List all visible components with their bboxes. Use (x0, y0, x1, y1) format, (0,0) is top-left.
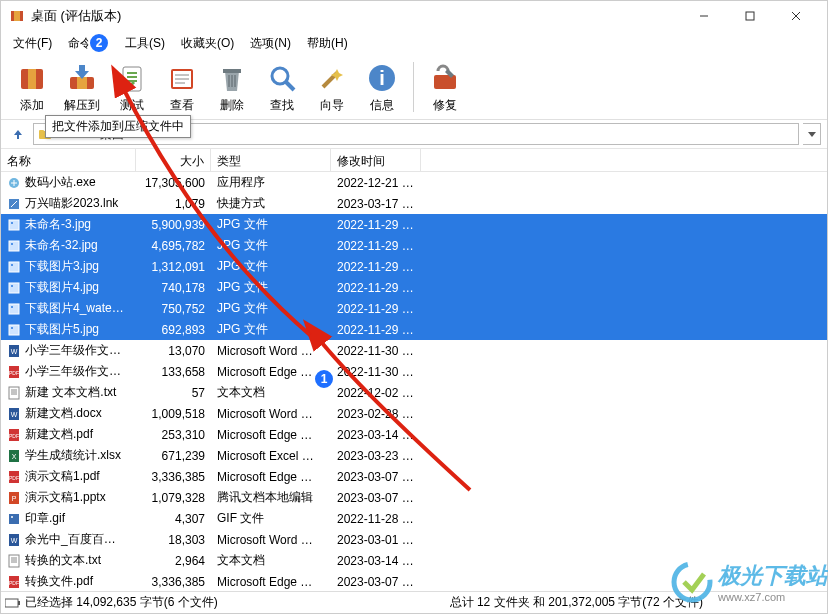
docx-icon: W (7, 407, 21, 421)
table-row[interactable]: 未命名-32.jpg4,695,782JPG 文件2022-11-29 1… (1, 235, 827, 256)
table-row[interactable]: 下载图片4_wate…750,752JPG 文件2022-11-29 1… (1, 298, 827, 319)
tool-info[interactable]: i信息 (357, 58, 407, 116)
file-name: 新建文档.pdf (25, 426, 93, 443)
file-size: 5,900,939 (136, 216, 211, 234)
menu-5[interactable]: 帮助(H) (299, 33, 356, 54)
file-type: JPG 文件 (211, 319, 331, 340)
table-row[interactable]: 数码小站.exe17,305,600应用程序2022-12-21 1… (1, 172, 827, 193)
file-name: 万兴喵影2023.lnk (25, 195, 118, 212)
up-button[interactable] (7, 123, 29, 145)
table-row[interactable]: PDF新建文档.pdf253,310Microsoft Edge …2023-0… (1, 424, 827, 445)
col-type[interactable]: 类型 (211, 149, 331, 171)
col-size[interactable]: 大小 (136, 149, 211, 171)
tool-add[interactable]: 添加 (7, 58, 57, 116)
table-row[interactable]: 万兴喵影2023.lnk1,079快捷方式2023-03-17 1… (1, 193, 827, 214)
file-type: JPG 文件 (211, 277, 331, 298)
table-row[interactable]: W新建文档.docx1,009,518Microsoft Word …2023-… (1, 403, 827, 424)
jpg-icon (7, 218, 21, 232)
file-name: 演示文稿1.pdf (25, 468, 100, 485)
titlebar: 桌面 (评估版本) (1, 1, 827, 31)
file-date: 2023-03-01 1… (331, 531, 421, 549)
tool-repair[interactable]: 修复 (420, 58, 470, 116)
file-type: Microsoft Word … (211, 342, 331, 360)
exe-icon (7, 176, 21, 190)
file-type: Microsoft Word … (211, 531, 331, 549)
file-name: 演示文稿1.pptx (25, 489, 106, 506)
svg-text:X: X (12, 453, 17, 460)
col-name[interactable]: 名称 (1, 149, 136, 171)
svg-rect-24 (9, 241, 19, 251)
svg-text:PDF: PDF (9, 475, 19, 481)
tool-wizard[interactable]: 向导 (307, 58, 357, 116)
tool-label: 测试 (120, 97, 144, 114)
file-size: 1,079 (136, 195, 211, 213)
table-row[interactable]: 下载图片4.jpg740,178JPG 文件2022-11-29 1… (1, 277, 827, 298)
file-name: 学生成绩统计.xlsx (25, 447, 121, 464)
menu-4[interactable]: 选项(N) (242, 33, 299, 54)
file-date: 2022-11-29 1… (331, 216, 421, 234)
svg-point-50 (11, 516, 13, 518)
jpg-icon (7, 302, 21, 316)
menu-0[interactable]: 文件(F) (5, 33, 60, 54)
window-title: 桌面 (评估版本) (31, 7, 681, 25)
table-row[interactable]: P演示文稿1.pptx1,079,328腾讯文档本地编辑2023-03-07 1… (1, 487, 827, 508)
maximize-button[interactable] (727, 1, 773, 31)
address-dropdown[interactable] (803, 123, 821, 145)
svg-rect-28 (9, 283, 19, 293)
file-size: 4,307 (136, 510, 211, 528)
table-row[interactable]: X学生成绩统计.xlsx671,239Microsoft Excel …2023… (1, 445, 827, 466)
file-type: JPG 文件 (211, 214, 331, 235)
status-total: 总计 12 文件夹 和 201,372,005 字节(72 个文件) (450, 594, 703, 611)
svg-text:PDF: PDF (9, 370, 19, 376)
tool-find[interactable]: 查找 (257, 58, 307, 116)
file-date: 2022-11-30 9… (331, 342, 421, 360)
minimize-button[interactable] (681, 1, 727, 31)
app-icon (9, 8, 25, 24)
close-button[interactable] (773, 1, 819, 31)
table-row[interactable]: 下载图片3.jpg1,312,091JPG 文件2022-11-29 1… (1, 256, 827, 277)
table-row[interactable]: W余光中_百度百…18,303Microsoft Word …2023-03-0… (1, 529, 827, 550)
add-icon (14, 60, 50, 96)
file-name: 下载图片3.jpg (25, 258, 99, 275)
txt-icon (7, 554, 21, 568)
table-row[interactable]: PDF小学三年级作文…133,658Microsoft Edge …2022-1… (1, 361, 827, 382)
col-date[interactable]: 修改时间 (331, 149, 421, 171)
svg-text:W: W (11, 537, 18, 544)
file-size: 3,336,385 (136, 573, 211, 591)
xlsx-icon: X (7, 449, 21, 463)
file-name: 未命名-32.jpg (25, 237, 98, 254)
svg-rect-30 (9, 304, 19, 314)
table-row[interactable]: 下载图片5.jpg692,893JPG 文件2022-11-29 1… (1, 319, 827, 340)
file-size: 1,079,328 (136, 489, 211, 507)
menu-2[interactable]: 工具(S) (117, 33, 173, 54)
info-icon: i (364, 60, 400, 96)
table-row[interactable]: W小学三年级作文…13,070Microsoft Word …2022-11-3… (1, 340, 827, 361)
svg-point-31 (11, 306, 13, 308)
file-date: 2023-03-23 1… (331, 447, 421, 465)
watermark-url: www.xz7.com (718, 591, 828, 603)
docx-icon: W (7, 344, 21, 358)
table-row[interactable]: 未命名-3.jpg5,900,939JPG 文件2022-11-29 1… (1, 214, 827, 235)
menu-3[interactable]: 收藏夹(O) (173, 33, 242, 54)
table-row[interactable]: 印章.gif4,307GIF 文件2022-11-28 1… (1, 508, 827, 529)
table-row[interactable]: PDF演示文稿1.pdf3,336,385Microsoft Edge …202… (1, 466, 827, 487)
pdf-icon: PDF (7, 428, 21, 442)
tool-view[interactable]: 查看 (157, 58, 207, 116)
tool-test[interactable]: 测试 (107, 58, 157, 116)
file-list[interactable]: 数码小站.exe17,305,600应用程序2022-12-21 1…万兴喵影2… (1, 172, 827, 591)
svg-rect-13 (223, 69, 241, 73)
table-row[interactable]: 新建 文本文档.txt57文本文档2022-12-02 9… (1, 382, 827, 403)
tool-delete[interactable]: 删除 (207, 58, 257, 116)
svg-text:P: P (12, 495, 17, 502)
file-type: JPG 文件 (211, 298, 331, 319)
file-size: 2,964 (136, 552, 211, 570)
file-size: 253,310 (136, 426, 211, 444)
svg-point-14 (272, 68, 288, 84)
tool-extract[interactable]: 解压到 (57, 58, 107, 116)
file-type: Microsoft Word … (211, 405, 331, 423)
file-type: Microsoft Excel … (211, 447, 331, 465)
svg-rect-7 (28, 69, 36, 89)
svg-rect-53 (9, 555, 19, 567)
file-date: 2022-11-29 1… (331, 321, 421, 339)
tool-label: 向导 (320, 97, 344, 114)
